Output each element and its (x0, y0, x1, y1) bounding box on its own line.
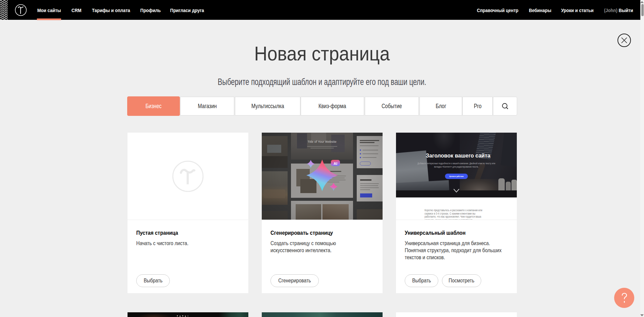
svg-text:AI: AI (334, 162, 337, 166)
